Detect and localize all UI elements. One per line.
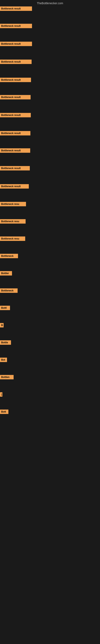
bottleneck-bar-22[interactable]: Bottlen bbox=[0, 375, 14, 379]
bottleneck-bar-20[interactable]: Bottle bbox=[0, 340, 11, 345]
bottleneck-bar-23[interactable]: | bbox=[0, 392, 2, 397]
bar-row-10: Bottleneck result bbox=[0, 166, 30, 171]
bar-row-23: | bbox=[0, 392, 2, 398]
bar-row-4: Bottleneck result bbox=[0, 60, 32, 65]
bottleneck-bar-4[interactable]: Bottleneck result bbox=[0, 60, 32, 64]
bottleneck-bar-15[interactable]: Bottleneck bbox=[0, 254, 18, 258]
bar-row-3: Bottleneck result bbox=[0, 42, 32, 47]
bar-row-18: Bottl bbox=[0, 306, 10, 311]
bottleneck-bar-9[interactable]: Bottleneck result bbox=[0, 148, 30, 153]
bar-row-20: Bottle bbox=[0, 340, 11, 346]
bar-row-2: Bottleneck result bbox=[0, 24, 32, 29]
bar-row-7: Bottleneck result bbox=[0, 113, 31, 118]
bottleneck-bar-13[interactable]: Bottleneck resu bbox=[0, 219, 26, 224]
bottleneck-bar-2[interactable]: Bottleneck result bbox=[0, 24, 32, 28]
bar-row-22: Bottlen bbox=[0, 375, 14, 380]
bar-row-13: Bottleneck resu bbox=[0, 219, 26, 224]
bottleneck-bar-12[interactable]: Bottleneck resu bbox=[0, 202, 26, 206]
site-title: TheBottlenecker.com bbox=[0, 0, 100, 6]
bottleneck-bar-3[interactable]: Bottleneck result bbox=[0, 42, 32, 46]
bar-row-24: Bott bbox=[0, 410, 8, 415]
bar-row-14: Bottleneck resu bbox=[0, 236, 25, 242]
bottleneck-bar-10[interactable]: Bottleneck result bbox=[0, 166, 30, 170]
bar-row-12: Bottleneck resu bbox=[0, 202, 26, 207]
bar-row-17: Bottleneck bbox=[0, 288, 18, 294]
bar-row-5: Bottleneck result bbox=[0, 78, 31, 83]
bar-row-9: Bottleneck result bbox=[0, 148, 30, 154]
bar-row-8: Bottleneck result bbox=[0, 131, 30, 136]
bar-row-15: Bottleneck bbox=[0, 254, 18, 259]
bar-row-16: Bottler bbox=[0, 271, 12, 276]
bottleneck-bar-1[interactable]: Bottleneck result bbox=[0, 6, 32, 11]
bottleneck-bar-14[interactable]: Bottleneck resu bbox=[0, 236, 25, 241]
bar-row-21: Bot bbox=[0, 358, 7, 363]
bottleneck-bar-17[interactable]: Bottleneck bbox=[0, 288, 18, 293]
bottleneck-bar-6[interactable]: Bottleneck result bbox=[0, 95, 31, 100]
bottleneck-bar-19[interactable]: B bbox=[0, 323, 3, 328]
bottleneck-bar-8[interactable]: Bottleneck result bbox=[0, 131, 30, 136]
bottleneck-bar-11[interactable]: Bottleneck result bbox=[0, 184, 29, 188]
bottleneck-bar-16[interactable]: Bottler bbox=[0, 271, 12, 276]
bottleneck-bar-21[interactable]: Bot bbox=[0, 358, 7, 362]
bar-row-1: Bottleneck result bbox=[0, 6, 32, 12]
bar-row-19: B bbox=[0, 323, 3, 328]
bottleneck-bar-24[interactable]: Bott bbox=[0, 410, 8, 414]
bottleneck-bar-7[interactable]: Bottleneck result bbox=[0, 113, 31, 117]
bar-row-6: Bottleneck result bbox=[0, 95, 31, 100]
bottleneck-bar-5[interactable]: Bottleneck result bbox=[0, 78, 31, 82]
bottleneck-bar-18[interactable]: Bottl bbox=[0, 306, 10, 310]
bar-row-11: Bottleneck result bbox=[0, 184, 29, 190]
